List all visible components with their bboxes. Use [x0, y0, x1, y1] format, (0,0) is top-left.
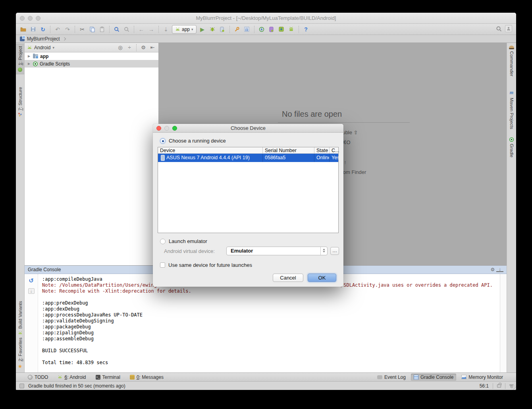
attach-debugger-icon[interactable] [218, 25, 226, 33]
undo-icon[interactable]: ↶ [54, 25, 62, 33]
tool-tab-build-variants[interactable]: Build Variants [16, 299, 24, 337]
tool-tab-project[interactable]: 1: Project [16, 44, 24, 74]
tool-tab-gradle[interactable]: Gradle [507, 135, 516, 160]
device-compatible: Yes [329, 154, 339, 162]
gradle-sync-icon[interactable] [258, 25, 266, 33]
use-same-device-checkbox-row[interactable]: Use same device for future launches [160, 262, 252, 268]
tab-label: : Project [18, 46, 23, 63]
tool-tab-favorites[interactable]: 2: Favorites ★ [16, 336, 24, 371]
navigate-forward-icon[interactable]: → [147, 25, 155, 33]
close-button[interactable] [20, 16, 25, 21]
radio-running-device[interactable]: Choose a running device [160, 138, 226, 144]
debug-icon[interactable] [208, 25, 216, 33]
device-monitor-icon[interactable] [268, 25, 276, 33]
cancel-button[interactable]: Cancel [273, 274, 303, 282]
console-scrollbar[interactable] [500, 274, 507, 372]
console-output[interactable]: :app:compileDebugJava Note: /Volumes/Dat… [38, 274, 500, 372]
console-line: BUILD SUCCESSFUL [42, 348, 500, 354]
breadcrumb-chevron-icon [62, 37, 66, 40]
tab-label: Maven Projects [509, 98, 514, 129]
android-robot-icon[interactable] [287, 25, 295, 33]
run-icon[interactable]: ▶ [199, 25, 206, 33]
android-icon [27, 45, 32, 50]
radio-unselected-icon[interactable] [160, 239, 166, 244]
tab-mnemonic: 7 [18, 108, 23, 110]
rerun-icon[interactable]: ↺ [29, 277, 34, 284]
search-everywhere-icon[interactable] [496, 26, 502, 32]
column-header[interactable]: C... [329, 147, 339, 153]
lock-icon[interactable] [497, 384, 501, 388]
tab-event-log[interactable]: Event Log [374, 374, 409, 381]
minimize-button[interactable] [28, 16, 33, 21]
column-header[interactable]: Serial Number [262, 147, 314, 153]
ok-button[interactable]: OK [308, 274, 336, 282]
run-configuration-select[interactable]: app ▾ [172, 25, 197, 34]
redo-icon[interactable]: ↷ [64, 25, 71, 33]
caret-position[interactable]: 56:1 [480, 383, 489, 389]
console-title: Gradle Console [28, 267, 61, 272]
checkbox-label: Use same device for future launches [168, 262, 252, 268]
device-row[interactable]: ASUS Nexus 7 Android 4.4.4 (API 19) 0586… [158, 154, 338, 162]
tab-gradle-console[interactable]: Gradle Console [411, 374, 456, 381]
scroll-to-source-icon[interactable]: ◎ [117, 44, 124, 50]
zoom-button[interactable] [172, 126, 177, 131]
tree-row-gradle-scripts[interactable]: ▶ Gradle Scripts [25, 60, 158, 68]
column-header[interactable]: Device [158, 147, 262, 153]
tab-memory-monitor[interactable]: Memory Monitor [459, 374, 506, 381]
tab-android[interactable]: 6: Android [58, 374, 86, 380]
resize-grip[interactable] [511, 385, 516, 390]
sdk-update-icon[interactable] [278, 25, 285, 33]
copy-icon[interactable] [88, 25, 96, 33]
tool-tab-commander[interactable]: Commander [507, 44, 516, 78]
radio-launch-emulator[interactable]: Launch emulator [160, 238, 207, 244]
console-toolbar: ↺ ⇣ [25, 274, 38, 372]
stepper-icon[interactable] [320, 247, 327, 255]
zoom-button[interactable] [36, 16, 40, 21]
step-order-icon[interactable]: ⇣ [162, 25, 170, 33]
breadcrumb[interactable]: MyBlurrrProject [27, 36, 60, 42]
tool-tab-structure[interactable]: 7: Structure [16, 85, 24, 119]
sdk-manager-wrench-icon[interactable] [233, 25, 241, 33]
collapse-all-icon[interactable]: ÷ [126, 44, 133, 50]
hide-panel-icon[interactable]: ⇤ [149, 44, 156, 50]
scroll-to-end-icon[interactable]: ↓ [496, 267, 503, 272]
user-icon[interactable] [505, 25, 512, 32]
tool-tab-maven[interactable]: m Maven Projects [507, 88, 516, 131]
column-header[interactable]: State [314, 147, 329, 153]
window-title: MyBlurrrProject - [~/Desktop/MyLuaTempla… [16, 13, 516, 23]
android-icon [18, 331, 23, 335]
tab-terminal[interactable]: >_ Terminal [96, 374, 120, 380]
device-state: Online [314, 154, 329, 162]
open-folder-icon[interactable] [19, 25, 27, 33]
close-button[interactable] [156, 126, 161, 131]
toolbar-separator [229, 26, 230, 33]
tab-messages[interactable]: 0: Messages [130, 374, 164, 380]
radio-selected-icon[interactable] [160, 138, 166, 144]
avd-manager-icon[interactable] [243, 25, 251, 33]
navigate-back-icon[interactable]: ← [137, 25, 145, 33]
toggle-toolwindows-icon[interactable] [19, 384, 24, 388]
avd-more-button[interactable]: … [330, 247, 339, 255]
settings-gear-icon[interactable]: ⚙ [489, 267, 496, 272]
expand-arrow-icon[interactable]: ▶ [28, 54, 31, 58]
paste-icon[interactable] [98, 25, 106, 33]
cut-icon[interactable]: ✂ [78, 25, 86, 33]
device-table[interactable]: Device Serial Number State C... ASUS Nex… [158, 147, 339, 233]
settings-gear-icon[interactable]: ⚙ [140, 44, 147, 50]
save-icon[interactable] [29, 25, 37, 33]
view-selector[interactable]: Android [34, 45, 50, 50]
maven-icon: m [510, 90, 513, 96]
replace-icon[interactable] [123, 25, 131, 33]
event-log-icon [377, 375, 382, 379]
checkbox-icon[interactable] [160, 262, 165, 268]
tab-todo[interactable]: TODO [28, 374, 48, 380]
help-icon[interactable]: ? [302, 25, 310, 33]
tree-row-app[interactable]: ▶ app [25, 52, 158, 60]
export-icon[interactable]: ⇣ [28, 288, 35, 294]
sync-icon[interactable]: ↻ [39, 25, 47, 33]
table-header: Device Serial Number State C... [158, 147, 338, 154]
avd-combobox[interactable]: Emulator [226, 247, 328, 255]
expand-arrow-icon[interactable]: ▶ [28, 62, 31, 66]
console-line: :app:validateDebugSigning [42, 318, 500, 324]
find-icon[interactable] [113, 25, 121, 33]
